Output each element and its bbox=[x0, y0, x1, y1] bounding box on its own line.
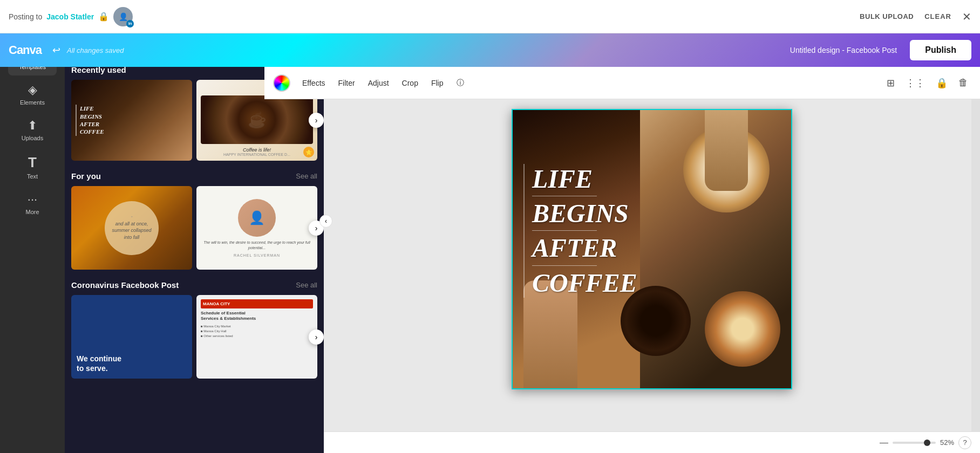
coronavirus-header: Coronavirus Facebook Post See all bbox=[71, 280, 317, 290]
sidebar-item-elements[interactable]: ◈ Elements bbox=[8, 78, 57, 111]
posting-label: Posting to bbox=[9, 12, 42, 21]
design-title: Untitled design - Facebook Post bbox=[790, 46, 897, 54]
elements-icon: ◈ bbox=[28, 83, 37, 97]
top-bar-left: Posting to Jacob Statler 🔒 👤 in bbox=[9, 7, 133, 26]
sidebar-label-more: More bbox=[25, 209, 39, 215]
sidebar-label-uploads: Uploads bbox=[22, 135, 43, 141]
canvas-area[interactable]: LIFE BEGINS AFTER COFFEE bbox=[324, 67, 980, 431]
adjust-button[interactable]: Adjust bbox=[363, 76, 394, 91]
coronavirus-section: Coronavirus Facebook Post See all We con… bbox=[71, 280, 317, 379]
trash-icon[interactable]: 🗑 bbox=[955, 74, 971, 92]
divider-1 bbox=[532, 196, 597, 196]
text-line-2: BEGINS bbox=[532, 198, 637, 228]
template-card-coffee-dark[interactable]: LIFEBEGINSAFTERCOFFEE bbox=[71, 80, 192, 161]
canva-toolbar: Canva ↩ All changes saved Untitled desig… bbox=[0, 33, 980, 67]
zoom-slider[interactable] bbox=[893, 442, 936, 444]
sidebar-item-uploads[interactable]: ⬆ Uploads bbox=[8, 113, 57, 147]
template-card-corona-2[interactable]: MANOA CITY Schedule of EssentialServices… bbox=[196, 295, 317, 379]
canvas-text-overlay[interactable]: LIFE BEGINS AFTER COFFEE bbox=[523, 164, 637, 298]
for-you-title: For you bbox=[71, 171, 101, 181]
filter-button[interactable]: Filter bbox=[333, 76, 360, 91]
bulk-upload-button[interactable]: BULK UPLOAD bbox=[860, 12, 914, 20]
more-icon: ··· bbox=[28, 193, 37, 207]
premium-badge: ⭐ bbox=[303, 147, 314, 157]
zoom-minus-icon: — bbox=[880, 438, 888, 448]
publish-button[interactable]: Publish bbox=[910, 40, 971, 60]
coronavirus-title: Coronavirus Facebook Post bbox=[71, 280, 179, 290]
top-bar: Posting to Jacob Statler 🔒 👤 in BULK UPL… bbox=[0, 0, 980, 33]
undo-button[interactable]: ↩ bbox=[50, 42, 63, 58]
zoom-label: 52% bbox=[940, 438, 954, 447]
align-icon[interactable]: ⊞ bbox=[883, 74, 898, 92]
color-wheel[interactable] bbox=[273, 74, 290, 92]
sidebar-label-text: Text bbox=[27, 173, 38, 180]
divider-3 bbox=[532, 265, 597, 266]
template-card-autumn[interactable]: " and all at once, summer collapsed into… bbox=[71, 186, 192, 270]
coronavirus-grid: We continueto serve. MANOA CITY Schedule… bbox=[71, 295, 317, 379]
text-line-3: AFTER bbox=[532, 233, 637, 263]
text-line-4: COFFEE bbox=[532, 268, 637, 298]
for-you-header: For you See all bbox=[71, 171, 317, 181]
clear-button[interactable]: CLEAR bbox=[924, 12, 951, 20]
canva-logo: Canva bbox=[9, 43, 42, 57]
for-you-section: For you See all " and all at once, summe… bbox=[71, 171, 317, 270]
for-you-grid: " and all at once, summer collapsed into… bbox=[71, 186, 317, 270]
coffee-cup-2 bbox=[705, 291, 780, 367]
effects-button[interactable]: Effects bbox=[297, 76, 331, 91]
collapse-panel-arrow[interactable]: ‹ bbox=[319, 215, 332, 228]
user-name[interactable]: Jacob Statler bbox=[46, 12, 94, 21]
avatar[interactable]: 👤 in bbox=[113, 7, 133, 26]
sidebar-label-elements: Elements bbox=[20, 99, 45, 106]
sidebar: ⊞ Templates ◈ Elements ⬆ Uploads T Text … bbox=[0, 33, 65, 453]
flip-button[interactable]: Flip bbox=[426, 76, 449, 91]
top-bar-right: BULK UPLOAD CLEAR ✕ bbox=[860, 10, 971, 23]
zoom-thumb[interactable] bbox=[924, 440, 930, 446]
divider-2 bbox=[532, 230, 597, 231]
coronavirus-see-all[interactable]: See all bbox=[296, 281, 317, 289]
text-icon: T bbox=[28, 154, 37, 171]
help-button[interactable]: ? bbox=[958, 436, 971, 449]
sidebar-item-text[interactable]: T Text bbox=[8, 149, 57, 185]
canvas[interactable]: LIFE BEGINS AFTER COFFEE bbox=[512, 109, 792, 389]
toolbar-right-icons: ⊞ ⋮⋮ 🔒 🗑 bbox=[883, 74, 971, 92]
autosave-text: All changes saved bbox=[67, 46, 786, 54]
coronavirus-scroll-arrow[interactable]: › bbox=[309, 330, 324, 345]
lock-icon[interactable]: 🔒 bbox=[933, 74, 951, 92]
lock-icon: 🔒 bbox=[98, 11, 109, 22]
template-card-corona-1[interactable]: We continueto serve. bbox=[71, 295, 192, 379]
sidebar-item-more[interactable]: ··· More bbox=[8, 187, 57, 221]
info-button[interactable]: ⓘ bbox=[451, 75, 469, 91]
uploads-icon: ⬆ bbox=[28, 119, 37, 133]
linkedin-badge: in bbox=[126, 20, 134, 28]
right-scrollbar[interactable] bbox=[971, 67, 980, 431]
recently-used-scroll-arrow[interactable]: › bbox=[309, 113, 324, 128]
hand-2 bbox=[705, 110, 748, 191]
crop-button[interactable]: Crop bbox=[397, 76, 424, 91]
template-card-quote[interactable]: 👤 The will to win, the desire to succeed… bbox=[196, 186, 317, 270]
image-toolbar: Effects Filter Adjust Crop Flip ⓘ ⊞ ⋮⋮ 🔒… bbox=[264, 67, 980, 99]
grid-icon[interactable]: ⋮⋮ bbox=[902, 74, 928, 92]
for-you-see-all[interactable]: See all bbox=[296, 172, 317, 180]
close-icon[interactable]: ✕ bbox=[962, 10, 971, 23]
text-line-1: LIFE bbox=[532, 164, 637, 194]
bottom-bar: Notes — 52% ? bbox=[264, 431, 980, 453]
zoom-controls: — 52% ? bbox=[880, 436, 971, 449]
